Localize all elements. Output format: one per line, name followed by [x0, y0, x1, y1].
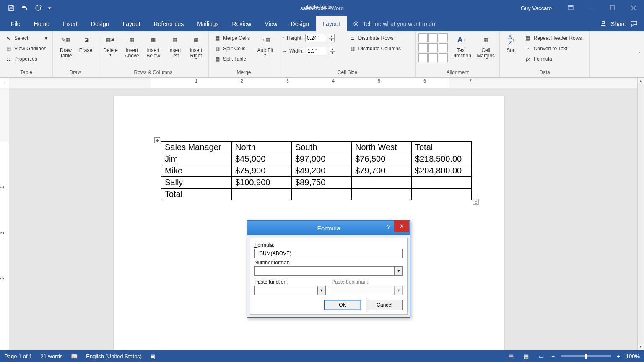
- word-count[interactable]: 21 words: [41, 353, 63, 359]
- zoom-in-icon[interactable]: +: [617, 353, 620, 359]
- split-table-button[interactable]: ▤Split Table: [211, 54, 252, 64]
- tab-layout[interactable]: Layout: [116, 16, 147, 31]
- tab-table-design[interactable]: Design: [284, 16, 316, 31]
- save-icon[interactable]: [7, 3, 16, 13]
- proofing-icon[interactable]: 📖: [71, 353, 78, 359]
- th-south[interactable]: South: [292, 142, 352, 153]
- formula-button[interactable]: fxFormula: [522, 54, 587, 64]
- insert-below-button[interactable]: ▦Insert Below: [143, 33, 163, 59]
- insert-right-button[interactable]: ▦Insert Right: [186, 33, 206, 59]
- tab-home[interactable]: Home: [27, 16, 56, 31]
- align-tr[interactable]: [439, 33, 448, 42]
- ruler-corner[interactable]: ▫: [0, 78, 9, 88]
- web-layout-icon[interactable]: ▭: [537, 352, 546, 360]
- cancel-button[interactable]: Cancel: [366, 300, 403, 310]
- width-input[interactable]: [306, 47, 327, 55]
- print-layout-icon[interactable]: ▦: [522, 352, 531, 360]
- zoom-slider[interactable]: [561, 355, 611, 357]
- zoom-level[interactable]: 100%: [626, 353, 640, 359]
- tab-insert[interactable]: Insert: [56, 16, 84, 31]
- paste-function-dropdown-icon[interactable]: ▼: [317, 286, 326, 295]
- insert-right-icon: ▦: [189, 34, 203, 47]
- tab-file[interactable]: File: [4, 16, 27, 31]
- number-format-dropdown-icon[interactable]: ▼: [395, 266, 403, 276]
- height-up[interactable]: ▲: [329, 34, 335, 38]
- zoom-out-icon[interactable]: −: [552, 353, 555, 359]
- qat-customize-icon[interactable]: [47, 3, 52, 13]
- svg-point-6: [354, 22, 358, 26]
- table-move-handle[interactable]: ✥: [154, 137, 160, 143]
- th-total[interactable]: Total: [412, 142, 472, 153]
- share-button[interactable]: Share: [611, 21, 626, 27]
- split-cells-button[interactable]: ▥Split Cells: [211, 44, 252, 54]
- formula-input[interactable]: [254, 249, 403, 258]
- width-up[interactable]: ▲: [330, 47, 335, 51]
- insert-above-button[interactable]: ▦Insert Above: [122, 33, 142, 59]
- align-bc[interactable]: [428, 53, 438, 62]
- select-button[interactable]: ⬉Select ▾: [3, 33, 50, 43]
- vertical-scrollbar[interactable]: ▲ ▼: [637, 78, 644, 350]
- sort-button[interactable]: AZ↓Sort: [502, 33, 520, 54]
- autofit-icon: ↔▦: [258, 34, 273, 47]
- height-down[interactable]: ▼: [329, 38, 335, 42]
- align-br[interactable]: [439, 53, 448, 62]
- macro-icon[interactable]: ▣: [150, 353, 155, 359]
- properties-button[interactable]: ☷Properties: [3, 54, 50, 64]
- align-mc[interactable]: [428, 43, 438, 52]
- status-bar: Page 1 of 1 21 words 📖 English (United S…: [0, 350, 644, 362]
- cell-margins-button[interactable]: ▦Cell Margins: [475, 33, 497, 59]
- th-north[interactable]: North: [232, 142, 292, 153]
- minimize-icon[interactable]: [581, 0, 602, 16]
- scroll-down-icon[interactable]: ▼: [638, 344, 644, 350]
- distribute-rows-button[interactable]: ☰Distribute Rows: [347, 33, 413, 43]
- ok-button[interactable]: OK: [324, 300, 361, 310]
- text-direction-button[interactable]: A↕Text Direction: [449, 33, 473, 59]
- ribbon-options-icon[interactable]: [560, 0, 581, 16]
- undo-icon[interactable]: [20, 3, 29, 13]
- tab-review[interactable]: Review: [226, 16, 258, 31]
- comments-icon[interactable]: [631, 21, 638, 27]
- tab-view[interactable]: View: [258, 16, 284, 31]
- paste-function-input[interactable]: [254, 286, 317, 295]
- th-northwest[interactable]: North West: [352, 142, 412, 153]
- insert-left-button[interactable]: ▦Insert Left: [165, 33, 184, 59]
- redo-icon[interactable]: [34, 3, 43, 13]
- dialog-help-icon[interactable]: ?: [382, 221, 395, 233]
- tellme-search[interactable]: Tell me what you want to do: [347, 16, 600, 31]
- align-tc[interactable]: [428, 33, 438, 42]
- draw-table-button[interactable]: ✎▦Draw Table: [55, 33, 76, 59]
- align-bl[interactable]: [418, 53, 428, 62]
- table-resize-handle[interactable]: ◻: [473, 199, 479, 205]
- tab-table-layout[interactable]: Layout: [316, 16, 347, 31]
- align-mr[interactable]: [439, 43, 448, 52]
- width-down[interactable]: ▼: [330, 51, 335, 55]
- delete-button[interactable]: ▦✖Delete▾: [101, 33, 120, 58]
- sales-table[interactable]: Sales Manager North South North West Tot…: [161, 141, 472, 200]
- number-format-input[interactable]: [254, 266, 395, 276]
- repeat-header-button[interactable]: ▦Repeat Header Rows: [522, 33, 587, 43]
- page-indicator[interactable]: Page 1 of 1: [4, 353, 32, 359]
- autofit-button[interactable]: ↔▦AutoFit▾: [254, 33, 276, 58]
- language-indicator[interactable]: English (United States): [86, 353, 142, 359]
- group-alignment-label: Alignment: [418, 69, 497, 77]
- tab-mailings[interactable]: Mailings: [190, 16, 225, 31]
- close-icon[interactable]: [623, 0, 644, 16]
- dialog-titlebar[interactable]: Formula ? ✕: [247, 221, 410, 235]
- align-ml[interactable]: [418, 43, 428, 52]
- read-mode-icon[interactable]: ▤: [506, 352, 516, 360]
- merge-cells-button[interactable]: ▦Merge Cells: [211, 33, 252, 43]
- account-user[interactable]: Guy Vaccaro: [521, 5, 552, 11]
- tab-references[interactable]: References: [147, 16, 191, 31]
- eraser-button[interactable]: ◪Eraser: [78, 33, 95, 54]
- view-gridlines-button[interactable]: ▦View Gridlines: [3, 44, 50, 54]
- maximize-icon[interactable]: [602, 0, 623, 16]
- convert-text-button[interactable]: →Convert to Text: [522, 44, 587, 54]
- align-tl[interactable]: [418, 33, 428, 42]
- dialog-close-icon[interactable]: ✕: [394, 220, 409, 232]
- height-input[interactable]: [305, 34, 326, 42]
- scroll-up-icon[interactable]: ▲: [638, 78, 644, 84]
- th-salesmgr[interactable]: Sales Manager: [161, 142, 232, 153]
- distribute-columns-button[interactable]: ▥Distribute Columns: [347, 44, 413, 54]
- collapse-ribbon-icon[interactable]: ˄: [638, 52, 641, 57]
- tab-design[interactable]: Design: [84, 16, 116, 31]
